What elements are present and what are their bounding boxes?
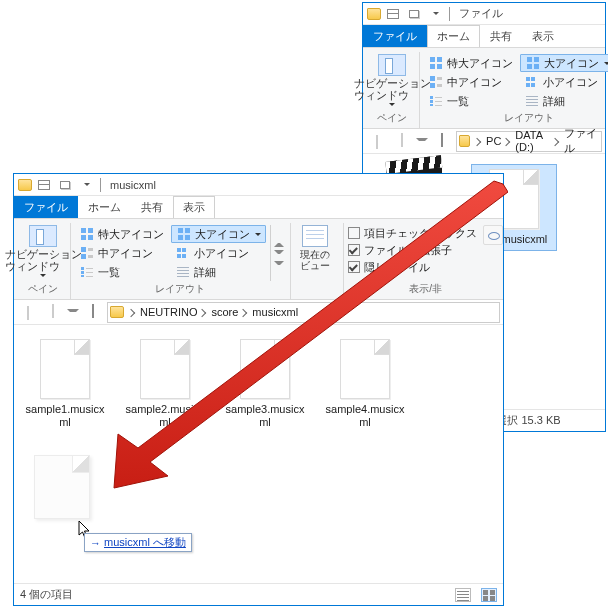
nav-pane-icon — [29, 225, 57, 247]
current-view-button[interactable]: 現在の ビュー — [295, 225, 335, 271]
view-list[interactable]: 一覧 — [424, 92, 517, 110]
file-name: sample2.musicxml — [124, 403, 206, 428]
view-detail[interactable]: 詳細 — [520, 92, 608, 110]
tab-home[interactable]: ホーム — [427, 25, 480, 47]
crumb[interactable]: score — [209, 306, 249, 318]
crumb[interactable]: ファイル — [562, 126, 599, 156]
view-large[interactable]: 大アイコン — [520, 54, 608, 72]
view-small[interactable]: 小アイコン — [520, 73, 608, 91]
view-medium[interactable]: 中アイコン — [75, 244, 168, 262]
file-item[interactable]: sample2.musicxml — [122, 335, 208, 432]
ribbon-group-pane: ナビゲーション ウィンドウ ペイン — [18, 223, 71, 299]
file-item[interactable]: sample3.musicxml — [222, 335, 308, 432]
file-item[interactable]: sample4.musicxml — [322, 335, 408, 432]
file-list[interactable]: sample1.musicxml sample2.musicxml sample… — [14, 325, 503, 583]
arrow-up-icon[interactable] — [274, 239, 284, 247]
tab-file[interactable]: ファイル — [363, 25, 427, 47]
view-medium[interactable]: 中アイコン — [424, 73, 517, 91]
group-label — [295, 284, 335, 298]
nav-pane-icon — [378, 54, 406, 76]
group-label: 表示/非 — [348, 281, 503, 298]
nav-history[interactable] — [416, 138, 428, 144]
ribbon-group-layout: 特大アイコン 大アイコン 中アイコン 小アイコン 一覧 詳細 レイアウト — [71, 223, 291, 299]
nav-pane-button[interactable]: ナビゲーション ウィンドウ — [371, 54, 413, 109]
qat-dropdown[interactable] — [426, 7, 444, 21]
tab-home[interactable]: ホーム — [78, 196, 131, 218]
folder-icon — [367, 8, 381, 20]
arrow-more-icon[interactable] — [274, 261, 284, 269]
tab-view[interactable]: 表示 — [522, 25, 564, 47]
window-title: musicxml — [110, 179, 156, 191]
tab-share[interactable]: 共有 — [131, 196, 173, 218]
tab-file[interactable]: ファイル — [14, 196, 78, 218]
document-file-icon — [340, 339, 390, 399]
view-extra-large[interactable]: 特大アイコン — [75, 225, 168, 243]
crumb[interactable]: NEUTRINO — [138, 306, 208, 318]
file-name: sample1.musicxml — [24, 403, 106, 428]
breadcrumb[interactable]: PC DATA (D:) ファイル — [456, 131, 602, 152]
breadcrumb[interactable]: NEUTRINO score musicxml — [107, 302, 500, 323]
qat-button[interactable] — [384, 7, 402, 21]
preview-icon — [302, 225, 328, 247]
tiles-icon — [428, 55, 444, 71]
list-icon — [79, 264, 95, 280]
folder-icon — [459, 135, 470, 147]
hide-button-icon[interactable] — [483, 225, 503, 245]
detail-icon — [175, 264, 191, 280]
view-switch-details[interactable] — [455, 588, 471, 602]
tiles-icon — [79, 226, 95, 242]
qat-button[interactable] — [56, 178, 74, 192]
document-file-icon — [40, 339, 90, 399]
explorer-window-target[interactable]: musicxml ファイル ホーム 共有 表示 ナビゲーション ウィンドウ ペイ… — [13, 173, 504, 606]
folder-icon — [18, 179, 32, 191]
chk-hidden[interactable]: 隠しファイル — [348, 259, 477, 275]
list-icon — [428, 93, 444, 109]
ribbon-tabs: ファイル ホーム 共有 表示 — [14, 196, 503, 218]
nav-forward[interactable] — [42, 301, 64, 323]
document-file-icon — [140, 339, 190, 399]
arrow-down-icon[interactable] — [274, 250, 284, 258]
nav-pane-button[interactable]: ナビゲーション ウィンドウ — [22, 225, 64, 280]
qat-button[interactable] — [405, 7, 423, 21]
chevron-down-icon — [40, 272, 46, 280]
tiles-icon — [176, 226, 192, 242]
view-list[interactable]: 一覧 — [75, 263, 168, 281]
qat-button[interactable] — [35, 178, 53, 192]
tab-share[interactable]: 共有 — [480, 25, 522, 47]
separator — [449, 7, 450, 21]
nav-up[interactable] — [82, 301, 104, 323]
small-icon — [524, 74, 540, 90]
nav-back[interactable] — [366, 130, 388, 152]
separator — [100, 178, 101, 192]
drop-tooltip-text: musicxml へ移動 — [104, 535, 186, 550]
view-small[interactable]: 小アイコン — [171, 244, 266, 262]
file-item[interactable]: sample1.musicxml — [22, 335, 108, 432]
view-detail[interactable]: 詳細 — [171, 263, 266, 281]
crumb[interactable]: musicxml — [250, 306, 300, 318]
chevron-down-icon — [389, 101, 395, 109]
medium-icon — [428, 74, 444, 90]
titlebar[interactable]: ファイル — [363, 3, 605, 25]
ribbon-tabs: ファイル ホーム 共有 表示 — [363, 25, 605, 47]
crumb[interactable]: DATA (D:) — [513, 129, 560, 153]
layout-scroll[interactable] — [270, 225, 284, 281]
chk-extensions[interactable]: ファイル名拡張子 — [348, 242, 477, 258]
tab-view[interactable]: 表示 — [173, 196, 215, 218]
view-extra-large[interactable]: 特大アイコン — [424, 54, 517, 72]
nav-forward[interactable] — [391, 130, 413, 152]
ribbon-group-currentview: 現在の ビュー — [291, 223, 344, 299]
document-file-icon — [240, 339, 290, 399]
crumb[interactable] — [471, 135, 483, 147]
crumb[interactable]: PC — [484, 135, 512, 147]
nav-up[interactable] — [431, 130, 453, 152]
view-switch-thumbnails[interactable] — [481, 588, 497, 602]
nav-back[interactable] — [17, 301, 39, 323]
chk-item-boxes[interactable]: 項目チェック ボックス — [348, 225, 477, 241]
view-large[interactable]: 大アイコン — [171, 225, 266, 243]
nav-history[interactable] — [67, 309, 79, 315]
titlebar[interactable]: musicxml — [14, 174, 503, 196]
chevron-down-icon — [602, 57, 608, 69]
qat-dropdown[interactable] — [77, 178, 95, 192]
address-bar: NEUTRINO score musicxml — [14, 300, 503, 325]
crumb[interactable] — [125, 306, 137, 318]
